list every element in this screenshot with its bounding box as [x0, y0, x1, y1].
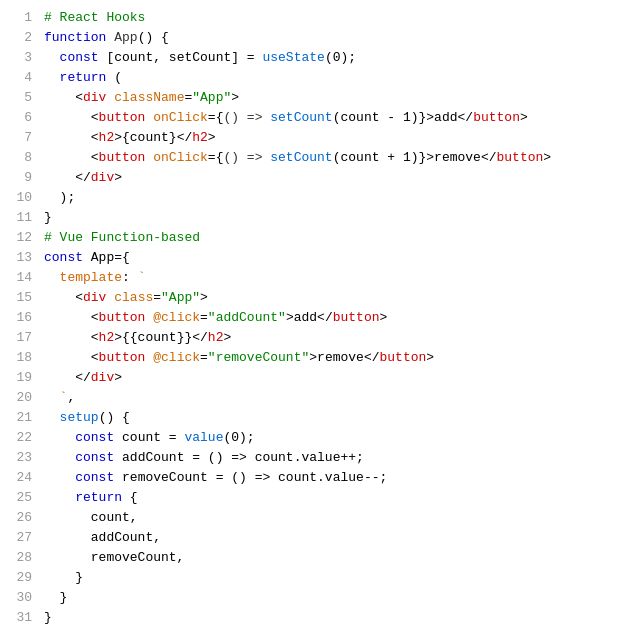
line-28: 28 removeCount,: [0, 548, 640, 568]
line-6: 6 <button onClick={() => setCount(count …: [0, 108, 640, 128]
code-content-29: }: [44, 568, 632, 588]
line-9: 9 </div>: [0, 168, 640, 188]
code-content-15: <div class="App">: [44, 288, 632, 308]
line-num-17: 17: [8, 328, 32, 348]
line-num-8: 8: [8, 148, 32, 168]
line-num-1: 1: [8, 8, 32, 28]
code-content-4: return (: [44, 68, 632, 88]
code-content-9: </div>: [44, 168, 632, 188]
code-content-31: }: [44, 608, 632, 625]
code-content-11: }: [44, 208, 632, 228]
line-num-16: 16: [8, 308, 32, 328]
line-num-31: 31: [8, 608, 32, 625]
line-num-23: 23: [8, 448, 32, 468]
code-content-12: # Vue Function-based: [44, 228, 632, 248]
line-3: 3 const [count, setCount] = useState(0);: [0, 48, 640, 68]
line-14: 14 template: `: [0, 268, 640, 288]
line-num-19: 19: [8, 368, 32, 388]
line-15: 15 <div class="App">: [0, 288, 640, 308]
code-content-7: <h2>{count}</h2>: [44, 128, 632, 148]
line-8: 8 <button onClick={() => setCount(count …: [0, 148, 640, 168]
main-container: 1 # React Hooks 2 function App() { 3 con…: [0, 0, 640, 625]
code-content-30: }: [44, 588, 632, 608]
line-num-12: 12: [8, 228, 32, 248]
line-num-20: 20: [8, 388, 32, 408]
line-26: 26 count,: [0, 508, 640, 528]
code-content-8: <button onClick={() => setCount(count + …: [44, 148, 632, 168]
code-content-23: const addCount = () => count.value++;: [44, 448, 632, 468]
line-5: 5 <div className="App">: [0, 88, 640, 108]
code-content-10: );: [44, 188, 632, 208]
line-num-15: 15: [8, 288, 32, 308]
code-content-21: setup() {: [44, 408, 632, 428]
line-30: 30 }: [0, 588, 640, 608]
line-21: 21 setup() {: [0, 408, 640, 428]
code-content-5: <div className="App">: [44, 88, 632, 108]
line-num-9: 9: [8, 168, 32, 188]
code-content-17: <h2>{{count}}</h2>: [44, 328, 632, 348]
line-29: 29 }: [0, 568, 640, 588]
code-area: 1 # React Hooks 2 function App() { 3 con…: [0, 0, 640, 625]
line-17: 17 <h2>{{count}}</h2>: [0, 328, 640, 348]
line-31: 31 }: [0, 608, 640, 625]
code-content-18: <button @click="removeCount">remove</but…: [44, 348, 632, 368]
line-num-13: 13: [8, 248, 32, 268]
line-16: 16 <button @click="addCount">add</button…: [0, 308, 640, 328]
code-content-22: const count = value(0);: [44, 428, 632, 448]
line-22: 22 const count = value(0);: [0, 428, 640, 448]
line-num-26: 26: [8, 508, 32, 528]
code-content-25: return {: [44, 488, 632, 508]
line-24: 24 const removeCount = () => count.value…: [0, 468, 640, 488]
code-content-26: count,: [44, 508, 632, 528]
line-num-29: 29: [8, 568, 32, 588]
line-num-5: 5: [8, 88, 32, 108]
line-23: 23 const addCount = () => count.value++;: [0, 448, 640, 468]
line-num-22: 22: [8, 428, 32, 448]
code-content-2: function App() {: [44, 28, 632, 48]
line-num-14: 14: [8, 268, 32, 288]
line-20: 20 `,: [0, 388, 640, 408]
line-num-4: 4: [8, 68, 32, 88]
line-num-24: 24: [8, 468, 32, 488]
code-content-20: `,: [44, 388, 632, 408]
line-num-7: 7: [8, 128, 32, 148]
code-content-24: const removeCount = () => count.value--;: [44, 468, 632, 488]
code-content-28: removeCount,: [44, 548, 632, 568]
line-num-30: 30: [8, 588, 32, 608]
code-content-27: addCount,: [44, 528, 632, 548]
line-num-2: 2: [8, 28, 32, 48]
code-content-14: template: `: [44, 268, 632, 288]
line-num-28: 28: [8, 548, 32, 568]
line-11: 11 }: [0, 208, 640, 228]
line-13: 13 const App={: [0, 248, 640, 268]
line-num-6: 6: [8, 108, 32, 128]
line-1: 1 # React Hooks: [0, 8, 640, 28]
line-num-3: 3: [8, 48, 32, 68]
line-2: 2 function App() {: [0, 28, 640, 48]
line-18: 18 <button @click="removeCount">remove</…: [0, 348, 640, 368]
line-num-27: 27: [8, 528, 32, 548]
line-num-18: 18: [8, 348, 32, 368]
line-25: 25 return {: [0, 488, 640, 508]
code-content-19: </div>: [44, 368, 632, 388]
line-27: 27 addCount,: [0, 528, 640, 548]
code-content-6: <button onClick={() => setCount(count - …: [44, 108, 632, 128]
line-num-25: 25: [8, 488, 32, 508]
line-num-11: 11: [8, 208, 32, 228]
line-7: 7 <h2>{count}</h2>: [0, 128, 640, 148]
line-num-10: 10: [8, 188, 32, 208]
line-4: 4 return (: [0, 68, 640, 88]
code-content-1: # React Hooks: [44, 8, 632, 28]
code-content-16: <button @click="addCount">add</button>: [44, 308, 632, 328]
line-19: 19 </div>: [0, 368, 640, 388]
line-12: 12 # Vue Function-based: [0, 228, 640, 248]
code-content-3: const [count, setCount] = useState(0);: [44, 48, 632, 68]
code-content-13: const App={: [44, 248, 632, 268]
line-num-21: 21: [8, 408, 32, 428]
line-10: 10 );: [0, 188, 640, 208]
